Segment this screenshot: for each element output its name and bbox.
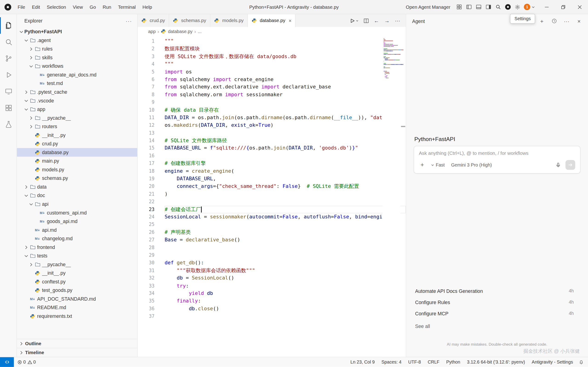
code-line[interactable]: engine = create_engine( (165, 167, 406, 175)
code-line[interactable] (165, 221, 406, 228)
code-line[interactable]: from sqlalchemy.ext.declarative import d… (165, 83, 406, 91)
account-menu[interactable]: 1 (524, 4, 536, 10)
outline-section[interactable]: Outline (17, 339, 137, 348)
toggle-primary-sidebar-icon[interactable] (464, 2, 474, 12)
tab-crud.py[interactable]: crud.py (138, 14, 169, 27)
code-line[interactable]: finally: (165, 297, 406, 305)
new-conversation-icon[interactable]: + (538, 17, 546, 25)
tree-item-test_goods.py[interactable]: test_goods.py (17, 286, 137, 295)
code-line[interactable]: """ (165, 37, 406, 45)
more-agent-actions-icon[interactable]: ··· (563, 17, 571, 25)
code-line[interactable]: # 声明基类 (165, 228, 406, 236)
code-line[interactable]: """ (165, 60, 406, 68)
breadcrumb-item[interactable]: app (148, 29, 156, 34)
testing-icon[interactable] (0, 116, 17, 133)
menu-go[interactable]: Go (86, 0, 99, 14)
tree-item-main.py[interactable]: main.py (17, 157, 137, 165)
indentation[interactable]: Spaces: 4 (378, 357, 405, 367)
code-editor[interactable]: 1234567891011121314151617181920212223242… (138, 36, 406, 357)
code-line[interactable]: Base = declarative_base() (165, 236, 406, 244)
remote-icon[interactable] (0, 83, 17, 100)
tree-item-frontend[interactable]: frontend (17, 243, 137, 252)
tree-item-__pycache__[interactable]: __pycache__ (17, 113, 137, 122)
tree-item-database.py[interactable]: database.py (17, 148, 137, 157)
navigate-forward-icon[interactable]: → (383, 16, 392, 25)
tree-item-app[interactable]: app (17, 105, 137, 114)
tree-item-workflows[interactable]: workflows (17, 62, 137, 70)
explorer-icon[interactable] (0, 17, 17, 34)
more-actions-icon[interactable]: ··· (126, 18, 132, 24)
minimize-button[interactable] (539, 0, 555, 14)
attach-icon[interactable]: + (419, 161, 426, 168)
tab-database.py[interactable]: database.py× (248, 14, 295, 27)
code-line[interactable]: DATABASE_URL = f"sqlite:///{os.path.join… (165, 144, 406, 152)
encoding[interactable]: UTF-8 (405, 357, 424, 367)
tree-item-customers_api.md[interactable]: Mcustomers_api.md (17, 208, 137, 217)
conversation-item[interactable]: Configure Rules4h (414, 297, 580, 308)
history-icon[interactable] (551, 17, 558, 25)
code-line[interactable] (165, 313, 406, 320)
see-all-link[interactable]: See all (414, 323, 580, 329)
python-interpreter[interactable]: 3.12.6 64-bit ('3.12.6': pyenv) (464, 357, 529, 367)
tab-models.py[interactable]: models.py (210, 14, 248, 27)
code-line[interactable]: DATA_DIR = os.path.join(os.path.dirname(… (165, 114, 406, 122)
language-mode[interactable]: Python (443, 357, 463, 367)
send-button[interactable] (565, 160, 575, 170)
search-icon[interactable] (493, 2, 503, 12)
code-line[interactable]: """获取数据库会话的依赖函数""" (165, 267, 406, 275)
tree-item-changelog.md[interactable]: Mchangelog.md (17, 234, 137, 243)
menu-help[interactable]: Help (139, 0, 155, 14)
code-line[interactable]: # SQLite 文件数据库路径 (165, 137, 406, 144)
code-line[interactable]: from sqlalchemy.orm import sessionmaker (165, 91, 406, 99)
tree-item-models.py[interactable]: models.py (17, 165, 137, 174)
tree-item-.pytest_cache[interactable]: .pytest_cache (17, 88, 137, 96)
microphone-icon[interactable] (554, 161, 562, 169)
menu-file[interactable]: File (14, 0, 28, 14)
code-line[interactable]: import os (165, 68, 406, 75)
agent-input[interactable]: Ask anything (Ctrl+L), @ to mention, / f… (414, 146, 580, 174)
code-line[interactable] (165, 251, 406, 259)
tree-item-data[interactable]: data (17, 183, 137, 191)
code-line[interactable]: def get_db(): (165, 259, 406, 267)
account-badge[interactable]: 1 (524, 4, 530, 10)
toggle-secondary-sidebar-icon[interactable] (483, 2, 493, 12)
tree-item-schemas.py[interactable]: schemas.py (17, 174, 137, 183)
conversation-item[interactable]: Automate API Docs Generation4h (414, 285, 580, 297)
minimap[interactable] (383, 37, 401, 357)
code-line[interactable]: db = SessionLocal() (165, 275, 406, 282)
code-line[interactable]: # 确保 data 目录存在 (165, 106, 406, 114)
code-line[interactable]: from sqlalchemy import create_engine (165, 76, 406, 83)
tab-schemas.py[interactable]: schemas.py (169, 14, 210, 27)
split-editor-icon[interactable] (361, 16, 370, 25)
settings-gear-icon[interactable] (513, 2, 522, 12)
tree-item-routers[interactable]: routers (17, 122, 137, 131)
code-line[interactable]: connect_args={"check_same_thread": False… (165, 183, 406, 190)
tree-item-API_DOC_STANDARD.md[interactable]: MAPI_DOC_STANDARD.md (17, 295, 137, 303)
code-line[interactable]: DATABASE_URL, (165, 175, 406, 183)
code-line[interactable]: 使用 SQLite 文件数据库，数据存储在 data/goods.db (165, 53, 406, 60)
code-line[interactable]: # 创建数据库引擎 (165, 160, 406, 167)
tree-item-.agent[interactable]: .agent (17, 36, 137, 45)
tree-item-generate_api_docs.md[interactable]: Mgenerate_api_docs.md (17, 70, 137, 79)
tree-item-__init__.py[interactable]: __init__.py (17, 131, 137, 140)
eol[interactable]: CRLF (424, 357, 443, 367)
assistant-logo-icon[interactable] (503, 2, 513, 12)
model-selector[interactable]: Gemini 3 Pro (High) (451, 162, 492, 168)
tree-item-doc[interactable]: doc (17, 191, 137, 200)
editor-content[interactable]: """数据库配置模块使用 SQLite 文件数据库，数据存储在 data/goo… (165, 37, 406, 357)
close-panel-icon[interactable]: × (575, 17, 583, 25)
navigate-back-icon[interactable]: ← (372, 16, 381, 25)
code-line[interactable] (165, 244, 406, 251)
run-debug-icon[interactable] (0, 67, 17, 83)
tree-item-requirements.txt[interactable]: requirements.txt (17, 312, 137, 321)
tree-item-tests[interactable]: tests (17, 251, 137, 260)
code-line[interactable]: db.close() (165, 305, 406, 313)
code-line[interactable] (165, 99, 406, 106)
remote-indicator[interactable] (0, 357, 14, 367)
code-line[interactable]: os.makedirs(DATA_DIR, exist_ok=True) (165, 122, 406, 129)
code-line[interactable]: 数据库配置模块 (165, 45, 406, 53)
search-icon[interactable] (0, 34, 17, 50)
tree-item-README.md[interactable]: MREADME.md (17, 303, 137, 312)
close-tab-icon[interactable]: × (289, 18, 291, 24)
problems-status[interactable]: 0 0 (14, 357, 39, 367)
